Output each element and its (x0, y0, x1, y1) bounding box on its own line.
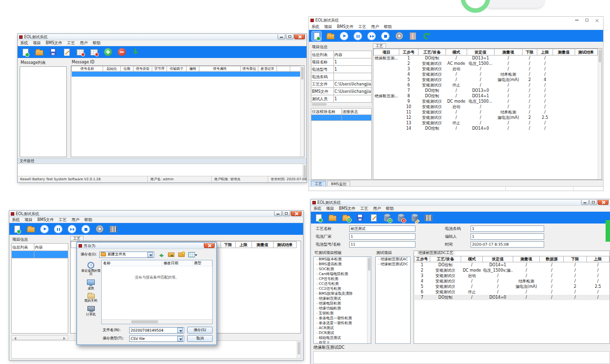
add-folder-icon[interactable] (341, 213, 351, 223)
template-item[interactable]: CC信号检测 (314, 281, 371, 286)
step-column-header[interactable]: 工步号 (415, 256, 430, 262)
menu-item[interactable]: 项目 (324, 24, 332, 29)
step-row[interactable]: 4 安规测试仪 / / 结果检测 / / / (415, 279, 610, 284)
dropdown-arrow-icon[interactable] (147, 252, 153, 257)
close-button[interactable] (595, 19, 599, 22)
module-header[interactable]: 连接状态 (342, 109, 372, 115)
template-item[interactable]: 自定义 (314, 340, 371, 344)
new-folder-icon[interactable] (177, 251, 185, 258)
step-column-header[interactable]: 数据源 (540, 256, 564, 262)
save-icon[interactable] (355, 213, 364, 223)
db-edit-icon[interactable] (410, 213, 419, 223)
save-in-combobox[interactable]: 新建文件夹 (99, 252, 154, 258)
process-tab[interactable]: 工艺 (373, 43, 386, 48)
menu-item[interactable]: 用户 (371, 24, 379, 29)
refresh-icon[interactable] (422, 31, 431, 41)
close-button[interactable] (204, 243, 215, 248)
step-column-header[interactable]: 上限 (236, 242, 251, 248)
template-item[interactable]: DCR测试 (314, 331, 371, 336)
new-doc-icon[interactable] (314, 213, 323, 223)
menu-item[interactable]: 帮助 (386, 206, 393, 211)
menu-item[interactable]: 项目 (25, 217, 32, 223)
template-item[interactable]: 绝缘功能检测 (314, 306, 371, 311)
step-row[interactable]: 5 安规测试仪 / / 漏电流(mA) / 2 2.5 (415, 284, 610, 289)
horizontal-scrollbar[interactable] (11, 335, 68, 340)
column-name[interactable]: 名称 (102, 260, 162, 266)
signal-column-header[interactable]: 信号单位 (241, 66, 258, 72)
minimize-button[interactable] (277, 34, 285, 39)
template-item[interactable]: CP信号检测 (314, 277, 371, 281)
back-icon[interactable] (157, 251, 165, 258)
battery-maker-input[interactable]: 1 (349, 233, 416, 240)
step-row[interactable]: 绝缘耐压测... 8 DO控制 / DO14=1 / / / (374, 93, 598, 99)
column-type[interactable]: 类型 (193, 260, 212, 266)
cancel-button[interactable]: 取消 (187, 335, 213, 342)
report-icon[interactable] (408, 31, 417, 41)
time-input[interactable]: 2020-07-17 8:35:08 (471, 241, 544, 248)
module-list-box[interactable] (311, 121, 372, 180)
step-column-header[interactable]: 上限 (537, 49, 553, 56)
menu-item[interactable]: 系统 (313, 206, 321, 211)
signal-column-header[interactable]: 偏移 (187, 66, 199, 72)
step-column-header[interactable]: 上限 (586, 256, 610, 262)
battery-barcode-input[interactable]: 1 (471, 225, 544, 232)
step-row[interactable]: 2 安规测试仪 DC mode 电压_1500v;漏... / / / / (415, 268, 610, 273)
horizontal-scrollbar[interactable] (311, 103, 372, 107)
template-item[interactable]: ACR测试 (314, 326, 371, 331)
menu-item[interactable]: 工艺 (67, 40, 75, 46)
template-item[interactable]: 单体电压一致性检测 (314, 316, 371, 321)
tab-bms-monitor[interactable]: BMS监控 (327, 181, 350, 186)
template-item[interactable]: BMS版本检测 (314, 257, 371, 262)
maximize-button[interactable] (585, 19, 588, 22)
barcode-icon[interactable] (109, 224, 118, 234)
info-header[interactable]: 内容 (34, 244, 68, 251)
vertical-scrollbar[interactable] (367, 257, 371, 343)
step-column-header[interactable]: 模式 (461, 256, 483, 262)
message-list-box[interactable] (20, 66, 67, 157)
titlebar[interactable]: EOL测试系统 (18, 34, 306, 40)
step-column-header[interactable]: 测量值 (251, 242, 274, 248)
place-documents[interactable]: 我的文档 (84, 294, 97, 303)
maximize-button[interactable] (282, 211, 290, 216)
step-row[interactable]: 10 安规测试仪 启动 / / / / (374, 104, 598, 110)
menu-item[interactable]: 帮助 (384, 24, 391, 29)
menu-item[interactable]: 工艺 (360, 206, 368, 211)
step-column-header[interactable]: 工艺/设备 (418, 49, 445, 56)
edit-icon[interactable] (369, 213, 378, 223)
fast-forward-icon[interactable] (67, 224, 77, 234)
process-tab[interactable]: 工艺 (70, 236, 83, 241)
signal-column-header[interactable]: 传输因子 (167, 66, 187, 72)
menu-item[interactable]: 系统 (12, 217, 20, 223)
menu-item[interactable]: 系统 (20, 40, 28, 46)
step-column-header[interactable]: 测量项 (513, 256, 540, 262)
module-header[interactable]: 仪器模块名称 (311, 109, 342, 115)
step-row[interactable]: 绝缘耐压测... 1 DO控制 / DO13=1 / / / (374, 56, 598, 61)
editor-input[interactable]: 1 (471, 233, 544, 240)
dialog-titlebar[interactable]: 另存为 (77, 243, 216, 249)
new-doc-icon[interactable] (312, 31, 321, 41)
template-item[interactable]: BMS通讯检测 (314, 262, 371, 267)
info-header[interactable]: 信息列表 (12, 244, 34, 251)
step-column-header[interactable]: 模式 (446, 49, 467, 56)
selected-test-item[interactable]: 绝缘耐压测试DC (376, 262, 410, 267)
download-icon[interactable] (131, 48, 140, 57)
process-name-input[interactable]: 耐压测试 (349, 225, 416, 232)
log-area[interactable] (18, 164, 306, 176)
pause-icon[interactable] (353, 31, 362, 41)
vertical-scrollbar[interactable] (300, 66, 304, 157)
step-column-header[interactable]: 下限 (564, 256, 586, 262)
place-computer[interactable]: 计算机 (86, 306, 96, 316)
step-row[interactable]: 14 DO控制 / DO14=0 / / / (374, 126, 598, 131)
table-delete-icon-2[interactable] (89, 48, 99, 57)
db-delete-icon[interactable] (396, 213, 406, 223)
battery-model-input[interactable]: 11 (349, 241, 416, 248)
log-scrollbar[interactable] (297, 341, 301, 358)
menu-item[interactable]: BMS文件 (339, 206, 355, 211)
fast-forward-icon[interactable] (367, 31, 376, 41)
edit-icon[interactable] (62, 48, 71, 57)
titlebar[interactable]: EOL测试系统 (9, 211, 303, 217)
step-row[interactable]: 13 安规测试仪 停止 / / / / (374, 120, 598, 126)
menu-item[interactable]: 用户 (373, 206, 381, 211)
filetype-select[interactable]: CSV file (129, 336, 184, 342)
info-header[interactable]: 信息列表 (311, 51, 334, 58)
